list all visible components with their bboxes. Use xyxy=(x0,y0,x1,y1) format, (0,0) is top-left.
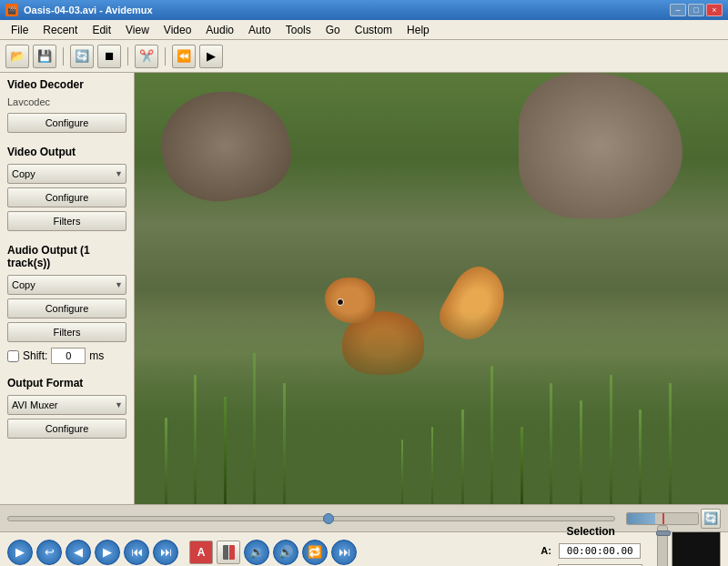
squirrel-eye xyxy=(337,298,344,306)
title-bar-left: 🎬 Oasis-04-03.avi - Avidemux xyxy=(5,4,153,16)
main-content: Video Decoder Lavcodec Configure Video O… xyxy=(0,73,728,504)
toolbar-save[interactable]: 💾 xyxy=(33,45,56,68)
rewind-button[interactable]: ↩ xyxy=(36,540,62,565)
video-output-dropdown-container: Copy ▼ xyxy=(7,164,126,184)
selection-title: Selection xyxy=(567,525,615,538)
menu-file[interactable]: File xyxy=(4,22,35,38)
controls-row: ▶ ↩ ◀ ▶ ⏮ ⏭ A 🔉 🔊 🔁 ⏭ Selection A: 00:00… xyxy=(0,531,728,566)
shift-input[interactable] xyxy=(51,348,86,364)
ms-label: ms xyxy=(89,349,104,362)
a-time-display: 00:00:00.00 xyxy=(559,543,641,559)
video-decoder-label: Video Decoder xyxy=(7,78,126,91)
toolbar-cut[interactable]: ✂️ xyxy=(135,45,158,68)
menu-custom[interactable]: Custom xyxy=(348,22,399,38)
audio-output-dropdown-container: Copy ▼ xyxy=(7,275,126,295)
video-scene xyxy=(135,73,728,504)
vol-down-button[interactable]: 🔉 xyxy=(244,540,269,565)
scrubber-track[interactable] xyxy=(7,516,615,521)
toolbar-open[interactable]: 📂 xyxy=(5,45,29,68)
loop-button[interactable]: 🔁 xyxy=(302,540,328,565)
speed-bar[interactable] xyxy=(626,512,699,525)
lavcodec-label: Lavcodec xyxy=(7,96,126,107)
selection-a-row: A: 00:00:00.00 xyxy=(541,543,641,559)
a-label: A: xyxy=(541,545,553,556)
scrubber-thumb[interactable] xyxy=(323,513,334,524)
video-area xyxy=(135,73,728,504)
menu-go[interactable]: Go xyxy=(318,22,348,38)
configure-audio-output-button[interactable]: Configure xyxy=(7,298,126,318)
play-button[interactable]: ▶ xyxy=(7,540,33,565)
menu-auto[interactable]: Auto xyxy=(241,22,278,38)
output-format-label: Output Format xyxy=(7,377,126,389)
shift-checkbox[interactable] xyxy=(7,350,19,362)
output-format-select[interactable]: AVI Muxer xyxy=(7,395,126,415)
title-bar-controls: – □ × xyxy=(670,4,723,16)
configure-video-output-button[interactable]: Configure xyxy=(7,187,126,207)
toolbar-sep-2 xyxy=(127,47,128,66)
title-bar: 🎬 Oasis-04-03.avi - Avidemux – □ × xyxy=(0,0,728,20)
app-icon: 🎬 xyxy=(5,4,18,16)
menu-tools[interactable]: Tools xyxy=(278,22,318,38)
menu-view[interactable]: View xyxy=(118,22,157,38)
video-output-label: Video Output xyxy=(7,146,126,158)
shift-label: Shift: xyxy=(23,349,47,362)
toolbar-refresh[interactable]: 🔄 xyxy=(70,45,94,68)
set-a-button[interactable]: A xyxy=(189,541,213,564)
configure-video-decoder-button[interactable]: Configure xyxy=(7,113,126,133)
audio-output-select[interactable]: Copy xyxy=(7,275,126,295)
rock-left xyxy=(154,81,298,210)
toolbar-sep-1 xyxy=(63,47,64,66)
volume-slider[interactable] xyxy=(657,525,668,567)
video-frame xyxy=(135,73,728,504)
skip-button[interactable]: ⏭ xyxy=(331,540,357,565)
menu-audio[interactable]: Audio xyxy=(198,22,241,38)
left-panel: Video Decoder Lavcodec Configure Video O… xyxy=(0,73,135,504)
menu-video[interactable]: Video xyxy=(157,22,198,38)
close-button[interactable]: × xyxy=(706,4,723,16)
set-b-button[interactable] xyxy=(217,541,240,564)
toolbar-prev[interactable]: ⏪ xyxy=(172,45,196,68)
output-format-dropdown-container: AVI Muxer ▼ xyxy=(7,395,126,415)
fwd-frame-button[interactable]: ▶ xyxy=(95,540,120,565)
next-key-button[interactable]: ⏭ xyxy=(153,540,178,565)
speed-marker xyxy=(662,513,664,524)
back-frame-button[interactable]: ◀ xyxy=(66,540,91,565)
maximize-button[interactable]: □ xyxy=(688,4,704,16)
menu-edit[interactable]: Edit xyxy=(85,22,118,38)
toolbar-play[interactable]: ▶ xyxy=(199,45,223,68)
sync-button[interactable]: 🔄 xyxy=(701,509,721,529)
filters-video-button[interactable]: Filters xyxy=(7,211,126,231)
controls-right-section: Selection A: 00:00:00.00 B: 00:18:22.640 xyxy=(540,525,642,567)
menu-help[interactable]: Help xyxy=(399,22,437,38)
speed-fill xyxy=(627,513,655,524)
audio-output-label: Audio Output (1 track(s)) xyxy=(7,244,126,269)
rock-right xyxy=(519,73,682,218)
toolbar-stop[interactable]: ⏹ xyxy=(97,45,121,68)
toolbar-sep-3 xyxy=(165,47,166,66)
menu-recent[interactable]: Recent xyxy=(35,22,85,38)
filters-audio-button[interactable]: Filters xyxy=(7,322,126,342)
minimize-button[interactable]: – xyxy=(670,4,686,16)
preview-thumbnail xyxy=(672,531,721,567)
prev-key-button[interactable]: ⏮ xyxy=(124,540,149,565)
configure-output-format-button[interactable]: Configure xyxy=(7,419,126,439)
shift-row: Shift: ms xyxy=(7,348,126,364)
toolbar: 📂 💾 🔄 ⏹ ✂️ ⏪ ▶ xyxy=(0,40,728,73)
menu-bar: File Recent Edit View Video Audio Auto T… xyxy=(0,20,728,40)
volume-thumb xyxy=(656,531,671,536)
video-output-select[interactable]: Copy xyxy=(7,164,126,184)
vol-up-button[interactable]: 🔊 xyxy=(273,540,298,565)
window-title: Oasis-04-03.avi - Avidemux xyxy=(24,5,153,15)
